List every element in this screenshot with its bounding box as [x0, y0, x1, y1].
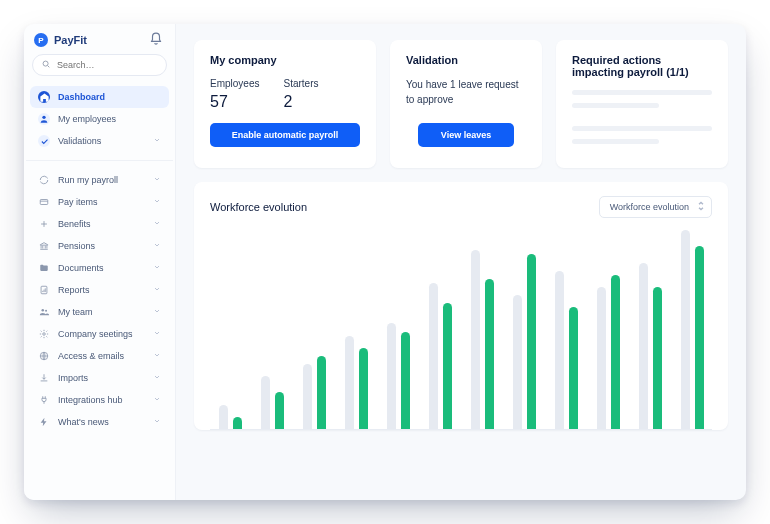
bar-grey — [219, 405, 228, 429]
sidebar-item-run-my-payroll[interactable]: Run my payroll — [30, 169, 169, 191]
sidebar-item-label: Access & emails — [58, 351, 124, 361]
bar-grey — [555, 271, 564, 429]
sidebar-item-dashboard[interactable]: Dashboard — [30, 86, 169, 108]
bar-group — [548, 226, 584, 429]
plug-icon — [38, 394, 50, 406]
bar-group — [254, 226, 290, 429]
bar-green — [359, 348, 368, 429]
stat-value: 57 — [210, 93, 259, 111]
globe-icon — [38, 350, 50, 362]
enable-auto-payroll-button[interactable]: Enable automatic payroll — [210, 123, 360, 147]
sidebar-item-validations[interactable]: Validations — [30, 130, 169, 152]
sidebar-item-company-seetings[interactable]: Company seetings — [30, 323, 169, 345]
sidebar-nav-secondary: Run my payrollPay itemsBenefitsPensionsD… — [24, 167, 175, 435]
card-my-company: My company Employees 57 Starters 2 Enabl… — [194, 40, 376, 168]
gear-icon — [38, 328, 50, 340]
sidebar-item-what-s-news[interactable]: What's news — [30, 411, 169, 433]
sidebar-item-label: Run my payroll — [58, 175, 118, 185]
refresh-icon — [38, 174, 50, 186]
bar-green — [317, 356, 326, 429]
sidebar-item-label: Benefits — [58, 219, 91, 229]
bar-group — [380, 226, 416, 429]
sidebar-item-label: Imports — [58, 373, 88, 383]
chart-area — [210, 226, 712, 430]
bar-green — [569, 307, 578, 429]
placeholder-line — [572, 126, 712, 131]
stat-label: Employees — [210, 78, 259, 89]
bar-green — [401, 332, 410, 429]
chevron-down-icon — [153, 175, 161, 185]
sidebar-item-label: My employees — [58, 114, 116, 124]
bar-group — [506, 226, 542, 429]
bolt-icon — [38, 416, 50, 428]
bar-green — [527, 254, 536, 429]
card-validation: Validation You have 1 leave request to a… — [390, 40, 542, 168]
sidebar-item-label: Reports — [58, 285, 90, 295]
sidebar-item-benefits[interactable]: Benefits — [30, 213, 169, 235]
view-leaves-button[interactable]: View leaves — [418, 123, 514, 147]
sidebar-item-documents[interactable]: Documents — [30, 257, 169, 279]
sidebar-divider — [26, 160, 173, 161]
search-icon — [41, 59, 51, 71]
brand-logo-icon: P — [34, 33, 48, 47]
chart-title: Workforce evolution — [210, 201, 307, 213]
card-workforce-evolution: Workforce evolution Workforce evolution — [194, 182, 728, 430]
chevron-down-icon — [153, 417, 161, 427]
chevron-down-icon — [153, 307, 161, 317]
card-title: My company — [210, 54, 360, 66]
bar-grey — [303, 364, 312, 429]
sidebar-item-label: My team — [58, 307, 93, 317]
brand[interactable]: P PayFit — [34, 33, 87, 47]
svg-point-6 — [43, 333, 46, 336]
card-title: Validation — [406, 54, 526, 66]
bar-green — [611, 275, 620, 429]
folder-icon — [38, 262, 50, 274]
bar-grey — [639, 263, 648, 429]
sidebar-item-integrations-hub[interactable]: Integrations hub — [30, 389, 169, 411]
sidebar-item-access-emails[interactable]: Access & emails — [30, 345, 169, 367]
svg-point-4 — [42, 309, 45, 312]
bar-grey — [597, 287, 606, 429]
notification-bell-icon[interactable] — [149, 32, 165, 48]
sidebar-item-label: Integrations hub — [58, 395, 123, 405]
check-icon — [38, 135, 50, 147]
bar-group — [338, 226, 374, 429]
placeholder-line — [572, 139, 659, 144]
svg-rect-2 — [40, 200, 48, 205]
search-input[interactable] — [57, 60, 158, 70]
sidebar-item-label: Pay items — [58, 197, 98, 207]
bar-green — [653, 287, 662, 429]
chevron-updown-icon — [697, 201, 705, 213]
sidebar-item-label: Pensions — [58, 241, 95, 251]
bar-green — [695, 246, 704, 429]
bar-green — [233, 417, 242, 429]
card-icon — [38, 196, 50, 208]
bar-green — [485, 279, 494, 429]
bar-group — [632, 226, 668, 429]
bar-group — [590, 226, 626, 429]
svg-point-0 — [43, 61, 48, 66]
brand-name: PayFit — [54, 34, 87, 46]
report-icon — [38, 284, 50, 296]
stat-employees: Employees 57 — [210, 78, 259, 111]
chevron-down-icon — [153, 136, 161, 146]
placeholder-line — [572, 103, 659, 108]
bar-grey — [681, 230, 690, 429]
chevron-down-icon — [153, 395, 161, 405]
chevron-down-icon — [153, 219, 161, 229]
sidebar-item-label: Validations — [58, 136, 101, 146]
sidebar-item-my-team[interactable]: My team — [30, 301, 169, 323]
sidebar-item-reports[interactable]: Reports — [30, 279, 169, 301]
chart-selector[interactable]: Workforce evolution — [599, 196, 712, 218]
chart-selector-label: Workforce evolution — [610, 202, 689, 212]
sidebar-item-label: Company seetings — [58, 329, 133, 339]
sidebar-item-pensions[interactable]: Pensions — [30, 235, 169, 257]
bar-group — [212, 226, 248, 429]
bank-icon — [38, 240, 50, 252]
svg-point-1 — [42, 116, 45, 119]
sidebar-item-pay-items[interactable]: Pay items — [30, 191, 169, 213]
stat-starters: Starters 2 — [283, 78, 318, 111]
sidebar-item-imports[interactable]: Imports — [30, 367, 169, 389]
search-input-wrap[interactable] — [32, 54, 167, 76]
sidebar-item-my-employees[interactable]: My employees — [30, 108, 169, 130]
